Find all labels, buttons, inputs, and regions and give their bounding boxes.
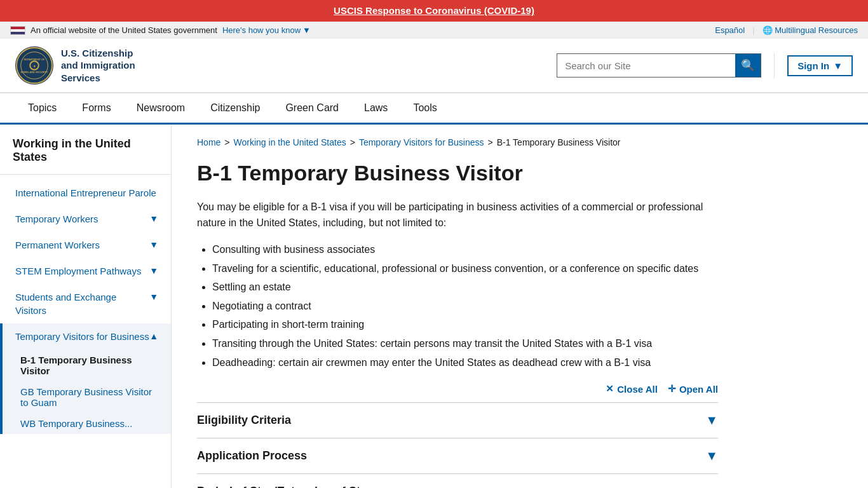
main-content: Home > Working in the United States > Te… [172, 125, 743, 488]
logo-area: DEPARTMENT OF HOMELAND SECURITY ★ U.S. C… [15, 46, 135, 85]
chevron-down-icon: ▼ [705, 484, 718, 488]
chevron-right-icon: ▼ [149, 214, 158, 224]
sidebar-subitem-gb[interactable]: GB Temporary Business Visitor to Guam [3, 381, 171, 413]
breadcrumb-current: B-1 Temporary Business Visitor [497, 137, 621, 147]
page-container: Working in the United States Internation… [0, 125, 868, 488]
accordion-item-application: Application Process ▼ [197, 438, 718, 474]
sign-in-button[interactable]: Sign In ▼ [787, 55, 853, 76]
nav-item-laws[interactable]: Laws [351, 93, 400, 125]
sidebar-item-entrepreneur[interactable]: International Entrepreneur Parole [0, 180, 171, 206]
us-flag-icon [10, 26, 25, 35]
search-area: 🔍 [557, 53, 761, 78]
chevron-right-icon: ▼ [149, 240, 158, 250]
open-all-button[interactable]: ✛ Open All [668, 383, 718, 395]
list-item: Participating in short-term training [212, 316, 718, 333]
list-item: Consulting with business associates [212, 241, 718, 258]
globe-icon: 🌐 [763, 25, 775, 35]
svg-text:HOMELAND SECURITY: HOMELAND SECURITY [21, 71, 48, 74]
eligibility-bullets: Consulting with business associates Trav… [212, 241, 718, 370]
chevron-down-icon: ▼ [833, 60, 843, 71]
accordion-header-eligibility[interactable]: Eligibility Criteria ▼ [197, 403, 718, 438]
list-item: Deadheading: certain air crewmen may ent… [212, 355, 718, 371]
nav-item-green-card[interactable]: Green Card [273, 93, 351, 125]
official-text: An official website of the United States… [31, 25, 217, 35]
sidebar-subitem-b1[interactable]: B-1 Temporary Business Visitor [3, 349, 171, 381]
accordion: Eligibility Criteria ▼ Application Proce… [197, 402, 718, 488]
list-item: Settling an estate [212, 279, 718, 295]
sidebar-item-temp-workers[interactable]: Temporary Workers ▼ [0, 206, 171, 232]
breadcrumb-temp-visitors[interactable]: Temporary Visitors for Business [359, 137, 484, 147]
sidebar-section-temp-visitors: Temporary Visitors for Business ▲ B-1 Te… [0, 323, 171, 434]
chevron-up-icon: ▲ [149, 331, 158, 341]
sidebar-subitem-wb[interactable]: WB Temporary Business... [3, 413, 171, 434]
list-item: Traveling for a scientific, educational,… [212, 261, 718, 277]
chevron-down-icon: ▼ [705, 413, 718, 428]
page-title: B-1 Temporary Business Visitor [197, 160, 718, 186]
sidebar-item-temp-visitors[interactable]: Temporary Visitors for Business ▲ [3, 323, 171, 349]
sidebar-item-students[interactable]: Students and Exchange Visitors ▼ [0, 284, 171, 323]
intro-text: You may be eligible for a B-1 visa if yo… [197, 199, 718, 231]
main-nav: Topics Forms Newsroom Citizenship Green … [0, 93, 868, 125]
uscis-seal: DEPARTMENT OF HOMELAND SECURITY ★ [15, 46, 53, 85]
site-logo-text: U.S. Citizenship and Immigration Service… [61, 47, 135, 85]
close-all-button[interactable]: ✕ Close All [606, 383, 658, 395]
collapse-icon: ✕ [606, 383, 614, 395]
sidebar-item-stem[interactable]: STEM Employment Pathways ▼ [0, 258, 171, 284]
search-input[interactable] [557, 54, 735, 77]
breadcrumb: Home > Working in the United States > Te… [197, 137, 718, 147]
breadcrumb-home[interactable]: Home [197, 137, 220, 147]
list-item: Negotiating a contract [212, 298, 718, 315]
header-right: 🔍 Sign In ▼ [557, 53, 853, 78]
nav-item-citizenship[interactable]: Citizenship [198, 93, 273, 125]
nav-item-tools[interactable]: Tools [400, 93, 449, 125]
covid-banner: USCIS Response to Coronavirus (COVID-19) [0, 0, 868, 22]
gov-bar-right: Español | 🌐 Multilingual Resources [715, 25, 858, 35]
chevron-right-icon: ▼ [149, 266, 158, 276]
search-button[interactable]: 🔍 [735, 54, 761, 77]
accordion-item-eligibility: Eligibility Criteria ▼ [197, 403, 718, 438]
chevron-right-icon: ▼ [149, 292, 158, 302]
how-know-button[interactable]: Here's how you know ▼ [222, 25, 311, 35]
gov-bar-left: An official website of the United States… [10, 25, 311, 35]
sidebar-item-perm-workers[interactable]: Permanent Workers ▼ [0, 232, 171, 258]
nav-item-topics[interactable]: Topics [15, 93, 69, 125]
nav-item-newsroom[interactable]: Newsroom [124, 93, 198, 125]
expand-icon: ✛ [668, 383, 676, 395]
nav-item-forms[interactable]: Forms [69, 93, 123, 125]
sidebar: Working in the United States Internation… [0, 125, 172, 488]
accordion-item-period: Period of Stay/Extension of Stay ▼ [197, 474, 718, 488]
breadcrumb-working[interactable]: Working in the United States [234, 137, 346, 147]
chevron-down-icon: ▼ [302, 25, 311, 35]
header-divider [774, 53, 775, 78]
accordion-header-period[interactable]: Period of Stay/Extension of Stay ▼ [197, 474, 718, 488]
accordion-header-application[interactable]: Application Process ▼ [197, 438, 718, 473]
multilingual-link[interactable]: 🌐 Multilingual Resources [763, 25, 858, 35]
search-icon: 🔍 [741, 58, 755, 72]
sidebar-title: Working in the United States [0, 137, 171, 175]
gov-bar: An official website of the United States… [0, 22, 868, 39]
site-header: DEPARTMENT OF HOMELAND SECURITY ★ U.S. C… [0, 39, 868, 93]
chevron-down-icon: ▼ [705, 449, 718, 463]
list-item: Transiting through the United States: ce… [212, 336, 718, 352]
espanol-link[interactable]: Español [715, 25, 745, 35]
accordion-controls: ✕ Close All ✛ Open All [197, 383, 718, 395]
covid-banner-link[interactable]: USCIS Response to Coronavirus (COVID-19) [334, 5, 534, 16]
